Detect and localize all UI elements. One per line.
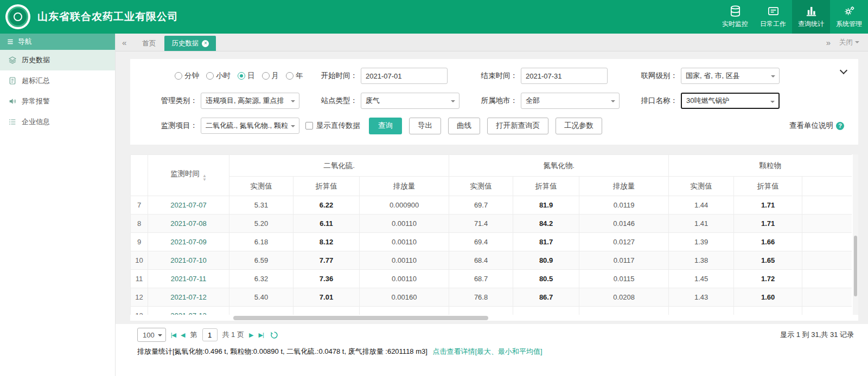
cell-value: 1.71 [734,215,802,233]
radio-label: 年 [296,71,303,81]
page-word: 第 [190,330,197,340]
tabs-scroll-right-icon[interactable]: » [826,38,831,47]
idcard-icon [767,5,780,17]
cell-value: 1.41 [669,215,734,233]
horizontal-scrollbar [130,315,852,321]
tab-0[interactable]: 首页 [135,36,163,51]
tab-close-icon[interactable]: × [202,40,209,47]
condition-params-button[interactable]: 工况参数 [556,118,602,134]
last-page-icon[interactable]: ▶| [258,332,263,339]
sub-header-2-2 [802,177,852,196]
refresh-icon[interactable] [270,331,278,339]
top-nav-item-2[interactable]: 查询统计 [792,0,830,34]
network-level-select[interactable]: 国家, 省, 市, 区县 [681,68,780,84]
top-nav-item-0[interactable]: 实时监控 [716,0,754,34]
cell-value: 6.32 [229,270,293,288]
cell-index: 7 [131,196,148,215]
tab-1[interactable]: 历史数据× [164,36,216,51]
sidebar-item-label: 超标汇总 [22,76,50,86]
unit-help-link[interactable]: 查看单位说明 ? [789,121,844,131]
top-nav-item-1[interactable]: 日常工作 [754,0,792,34]
new-query-page-button[interactable]: 打开新查询页 [487,118,548,134]
sub-header-1-2: 排放量 [579,177,669,196]
table-row: 92021-07-096.188.120.0011069.481.70.0127… [131,233,852,251]
cell-value: 81.7 [513,233,579,251]
page-number-input[interactable] [202,328,218,341]
radio-icon [238,72,245,80]
sidebar-item-0[interactable]: 历史数据 [0,50,115,70]
first-page-icon[interactable]: |◀ [171,332,176,339]
company-name: 山东省联合农药工业有限公司 [37,10,178,24]
emission-stats-text: 排放量统计[氮氧化物:0.496 t, 颗粒物:0.00890 t, 二氧化硫.… [137,347,427,355]
table-row: 112021-07-116.327.360.0011068.780.50.011… [131,270,852,288]
outlet-select[interactable]: 30吨燃气锅炉 [681,93,780,109]
cell-value: 0.00110 [360,251,449,270]
period-radio-3[interactable]: 月 [262,71,279,81]
curve-button[interactable]: 曲线 [448,118,480,134]
city-select[interactable]: 全部 [521,93,620,109]
cell-value: 7.36 [293,270,360,288]
sidebar-item-label: 企业信息 [22,117,50,127]
vertical-scrollbar-thumb[interactable] [854,236,857,296]
sidebar-header: 导航 [0,34,115,50]
sidebar-item-1[interactable]: 超标汇总 [0,70,115,91]
mgmt-type-group: 管理类别： 违规项目, 高架源, 重点排 [145,93,305,109]
network-level-group: 联网级别： 国家, 省, 市, 区县 [626,68,786,84]
cell-value: 7.01 [293,288,360,307]
direct-data-checkbox[interactable]: 显示直传数据 [305,121,360,131]
cell-date: 2021-07-10 [148,251,229,270]
city-label: 所属地市： [465,96,518,106]
cell-value [229,307,293,315]
cell-value: 76.8 [449,288,513,307]
radio-label: 小时 [216,71,231,81]
cell-spacer [802,215,852,233]
prev-page-icon[interactable]: ◀ [181,332,185,339]
period-radio-4[interactable]: 年 [286,71,303,81]
chevron-down-icon [855,41,859,46]
cell-value: 68.4 [449,251,513,270]
direct-data-label: 显示直传数据 [316,121,360,131]
gears-icon [843,5,856,17]
end-time-input[interactable] [521,68,608,84]
filter-row-2: 管理类别： 违规项目, 高架源, 重点排 站点类型： 废气 所属地市： 全部 排… [130,88,858,113]
close-tabs-menu[interactable]: 关闭 [839,38,859,47]
emission-stats: 排放量统计[氮氧化物:0.496 t, 颗粒物:0.00890 t, 二氧化硫.… [137,347,854,356]
period-radio-group: 分钟小时日月年 [145,71,305,81]
radio-icon [206,72,214,80]
top-nav: 实时监控日常工作查询统计系统管理 [716,0,868,34]
cell-spacer [802,270,852,288]
tabs-scroll-left-icon[interactable]: « [122,38,126,47]
mgmt-type-select[interactable]: 违规项目, 高架源, 重点排 [201,93,299,109]
start-time-input[interactable] [361,68,448,84]
sidebar-item-2[interactable]: 异常报警 [0,91,115,112]
vertical-scrollbar [853,154,858,315]
cell-index: 12 [131,288,148,307]
cell-value: 6.59 [229,251,293,270]
site-type-select[interactable]: 废气 [361,93,459,109]
period-radio-2[interactable]: 日 [238,71,255,81]
query-button[interactable]: 查询 [369,118,402,134]
cell-value: 6.11 [293,215,360,233]
horizontal-scrollbar-thumb[interactable] [233,316,488,320]
top-nav-item-3[interactable]: 系统管理 [830,0,868,34]
cell-value: 80.9 [513,251,579,270]
cell-value [293,307,360,315]
sidebar-item-3[interactable]: 企业信息 [0,112,115,132]
next-page-icon[interactable]: ▶ [249,332,253,339]
export-button[interactable]: 导出 [409,118,441,134]
cell-value: 1.60 [734,288,802,307]
cell-value: 69.7 [449,196,513,215]
cell-value [669,307,734,315]
monitor-items-select[interactable]: 二氧化硫., 氮氧化物., 颗粒 [201,118,299,134]
view-details-link[interactable]: 点击查看详情[最大、最小和平均值] [433,347,542,355]
page-size-select[interactable]: 100 [137,328,166,342]
period-radio-1[interactable]: 小时 [206,71,231,81]
period-radio-0[interactable]: 分钟 [175,71,199,81]
cell-index: 8 [131,215,148,233]
cell-value: 1.66 [734,233,802,251]
site-type-label: 站点类型： [305,96,358,106]
sort-icon[interactable]: ▲▼ [202,174,207,181]
cell-value: 71.4 [449,215,513,233]
cell-date: 2021-07-12 [148,288,229,307]
site-type-group: 站点类型： 废气 [305,93,465,109]
